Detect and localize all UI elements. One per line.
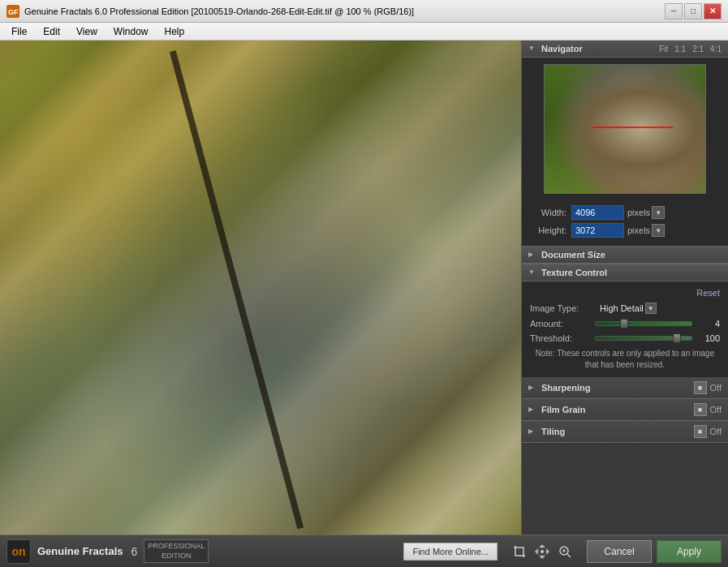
- crop-tool[interactable]: [510, 543, 528, 561]
- amount-row: Amount: 4: [530, 319, 720, 329]
- reset-button[interactable]: Reset: [696, 288, 720, 298]
- edition-badge: PROFESSIONAL EDITION: [144, 539, 209, 563]
- tiling-toggle[interactable]: ■: [694, 425, 707, 438]
- brand-area: on Genuine Fractals 6 PROFESSIONAL EDITI…: [6, 539, 403, 564]
- apply-button[interactable]: Apply: [657, 540, 722, 563]
- doc-size-title: Document Size: [541, 250, 722, 260]
- menu-bar: File Edit View Window Help: [0, 23, 728, 41]
- window-title: Genuine Fractals 6.0 Professional Editio…: [24, 6, 665, 16]
- height-label: Height:: [530, 226, 566, 235]
- nav-4-1-link[interactable]: 4:1: [710, 45, 722, 54]
- right-panel: ▼ Navigator Fit 1:1 2:1 4:1 Width: pixel…: [521, 41, 728, 535]
- threshold-row: Threshold: 100: [530, 333, 720, 343]
- threshold-slider[interactable]: [595, 336, 692, 341]
- navigator-collapse-icon: ▼: [528, 45, 536, 53]
- texture-title: Texture Control: [541, 268, 722, 277]
- navigator-content: [522, 58, 728, 200]
- menu-window[interactable]: Window: [106, 24, 157, 39]
- tiling-title: Tiling: [541, 427, 694, 436]
- cancel-button[interactable]: Cancel: [587, 540, 652, 563]
- texture-collapse-icon: ▼: [528, 268, 536, 277]
- width-label: Width:: [530, 208, 566, 217]
- nav-2-1-link[interactable]: 2:1: [692, 45, 704, 54]
- film-grain-collapse-icon: ▶: [528, 406, 536, 414]
- sharpening-title: Sharpening: [541, 383, 694, 393]
- threshold-slider-thumb[interactable]: [673, 333, 681, 343]
- amount-slider-thumb[interactable]: [620, 319, 628, 329]
- height-unit-dropdown[interactable]: ▼: [652, 224, 665, 237]
- canvas-area[interactable]: [0, 41, 521, 535]
- height-unit: pixels: [627, 226, 650, 235]
- film-grain-status: Off: [710, 405, 722, 415]
- canvas-image: [0, 41, 521, 535]
- window-controls: ─ □ ✕: [665, 3, 722, 19]
- nav-1-1-link[interactable]: 1:1: [674, 45, 686, 54]
- menu-file[interactable]: File: [3, 24, 35, 39]
- sharpening-header[interactable]: ▶ Sharpening ■ Off: [522, 377, 728, 398]
- amount-slider[interactable]: [595, 321, 692, 326]
- svg-line-4: [567, 554, 571, 557]
- brand-version: 6: [131, 545, 137, 558]
- tiling-collapse-icon: ▶: [528, 427, 536, 436]
- edition-line1: PROFESSIONAL: [148, 542, 205, 552]
- find-more-button[interactable]: Find More Online...: [403, 543, 498, 561]
- nav-bird-preview: [545, 65, 705, 193]
- tiling-section: ▶ Tiling ■ Off: [522, 421, 728, 443]
- doc-size-header[interactable]: ▶ Document Size: [522, 246, 728, 264]
- sharpening-status: Off: [710, 383, 722, 393]
- film-grain-title: Film Grain: [541, 405, 694, 415]
- sharpening-toggle[interactable]: ■: [694, 381, 707, 394]
- amount-label: Amount:: [530, 319, 595, 329]
- texture-content: Reset Image Type: High Detail ▼ Amount: …: [522, 281, 728, 377]
- svg-point-2: [541, 550, 544, 553]
- image-type-row: Image Type: High Detail ▼: [530, 303, 720, 314]
- tiling-header[interactable]: ▶ Tiling ■ Off: [522, 421, 728, 442]
- zoom-tool[interactable]: [556, 543, 574, 561]
- width-input[interactable]: [571, 205, 624, 220]
- tool-icons: [510, 543, 574, 561]
- tiling-status: Off: [710, 427, 722, 436]
- app-icon: GF: [6, 5, 19, 18]
- width-unit-dropdown[interactable]: ▼: [652, 206, 665, 219]
- action-buttons: Cancel Apply: [587, 540, 722, 563]
- threshold-slider-container: 100: [595, 333, 720, 343]
- nav-zoom-controls: Fit 1:1 2:1 4:1: [659, 45, 722, 54]
- edition-line2: EDITION: [148, 552, 205, 561]
- canvas-overlay: [0, 41, 521, 535]
- doc-size-collapse-icon: ▶: [528, 251, 536, 259]
- title-bar: GF Genuine Fractals 6.0 Professional Edi…: [0, 0, 728, 23]
- menu-help[interactable]: Help: [157, 24, 193, 39]
- main-layout: ▼ Navigator Fit 1:1 2:1 4:1 Width: pixel…: [0, 41, 728, 535]
- image-type-value: High Detail: [600, 303, 644, 313]
- sharpening-collapse-icon: ▶: [528, 384, 536, 392]
- sharpening-section: ▶ Sharpening ■ Off: [522, 377, 728, 399]
- threshold-label: Threshold:: [530, 333, 595, 343]
- brand-name: Genuine Fractals: [37, 545, 123, 557]
- amount-slider-container: 4: [595, 319, 720, 329]
- bottom-bar: on Genuine Fractals 6 PROFESSIONAL EDITI…: [0, 535, 728, 567]
- maximize-button[interactable]: □: [684, 3, 702, 19]
- navigator-title: Navigator: [541, 44, 659, 54]
- image-type-label: Image Type:: [530, 303, 595, 313]
- film-grain-toggle[interactable]: ■: [694, 403, 707, 416]
- size-fields: Width: pixels ▼ Height: pixels ▼: [522, 200, 728, 246]
- reset-row: Reset: [530, 288, 720, 298]
- svg-text:GF: GF: [8, 8, 19, 16]
- film-grain-header[interactable]: ▶ Film Grain ■ Off: [522, 399, 728, 420]
- amount-value: 4: [696, 319, 720, 329]
- close-button[interactable]: ✕: [704, 3, 722, 19]
- image-type-dropdown[interactable]: ▼: [645, 303, 657, 314]
- menu-view[interactable]: View: [68, 24, 106, 39]
- nav-fit-link[interactable]: Fit: [659, 45, 668, 54]
- navigator-header[interactable]: ▼ Navigator Fit 1:1 2:1 4:1: [522, 41, 728, 58]
- height-input[interactable]: [571, 223, 624, 238]
- nav-thumbnail[interactable]: [544, 64, 706, 194]
- menu-edit[interactable]: Edit: [35, 24, 68, 39]
- minimize-button[interactable]: ─: [665, 3, 683, 19]
- threshold-value: 100: [696, 333, 720, 343]
- texture-note: Note: These controls are only applied to…: [530, 348, 720, 371]
- pan-tool[interactable]: [533, 543, 551, 561]
- width-row: Width: pixels ▼: [530, 205, 720, 220]
- texture-header[interactable]: ▼ Texture Control: [522, 264, 728, 281]
- height-row: Height: pixels ▼: [530, 223, 720, 238]
